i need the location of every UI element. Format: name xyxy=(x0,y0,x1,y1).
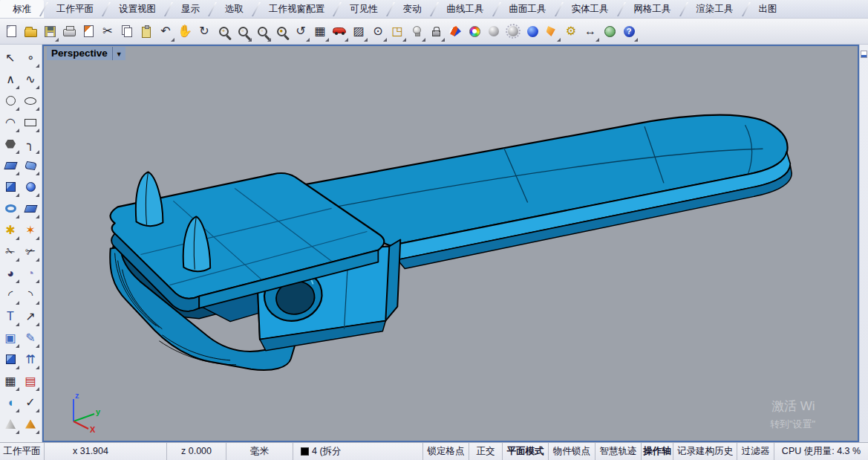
solid-box-icon[interactable] xyxy=(1,349,20,370)
new-document-icon[interactable] xyxy=(1,21,21,42)
curve-corner-icon[interactable]: ╮ xyxy=(21,133,40,155)
curved-surface-icon[interactable] xyxy=(21,155,40,176)
zoom-selected-icon[interactable]: ● xyxy=(272,21,291,42)
smarttrack-pane[interactable]: 智慧轨迹 xyxy=(595,443,642,460)
selection-filter-icon[interactable]: ◳ xyxy=(388,21,407,42)
control-curve-icon[interactable]: ∿ xyxy=(21,68,40,90)
osnap-pane[interactable]: 物件锁点 xyxy=(549,443,595,460)
options-gear-icon[interactable]: ⚙ xyxy=(561,21,581,42)
filter-pane[interactable]: 过滤器 xyxy=(737,443,774,460)
offset-icon[interactable]: ◝ xyxy=(21,284,40,305)
tab-standard[interactable]: 标准 xyxy=(0,0,44,18)
grid-snap-pane[interactable]: 锁定格点 xyxy=(423,443,469,460)
viewport-dropdown[interactable]: ▼ xyxy=(112,47,125,60)
hatch-icon[interactable]: ✎ xyxy=(21,327,40,349)
polygon-icon[interactable] xyxy=(1,133,20,155)
zoom-window-icon[interactable]: ▫ xyxy=(233,21,252,42)
units-pane[interactable]: 毫米 xyxy=(226,443,293,460)
torus-icon[interactable] xyxy=(1,198,20,219)
pan-icon[interactable]: ✋ xyxy=(175,21,195,42)
cone-icon[interactable] xyxy=(1,413,20,435)
surface-icon[interactable] xyxy=(1,155,20,176)
lock-icon[interactable] xyxy=(426,21,446,42)
color-wheel-icon[interactable] xyxy=(465,21,484,42)
copy-icon[interactable] xyxy=(117,21,137,42)
tab-set-view[interactable]: 设置视图 xyxy=(106,0,169,18)
light-bulb-icon[interactable] xyxy=(407,21,426,42)
perspective-viewport[interactable]: Perspective ▼ xyxy=(42,45,859,442)
model-3d[interactable] xyxy=(44,46,858,441)
ortho-pane[interactable]: 正交 xyxy=(469,443,503,460)
rectangle-icon[interactable] xyxy=(21,111,40,133)
rotate-view-icon[interactable]: ↻ xyxy=(195,21,214,42)
arc-icon[interactable]: ◠ xyxy=(1,111,20,133)
array-vertical-icon[interactable]: ▤ xyxy=(21,370,40,392)
tab-mesh-tools[interactable]: 网格工具 xyxy=(621,0,684,18)
surface-from-curve-icon[interactable]: ◖ xyxy=(1,392,20,413)
cut-icon[interactable]: ✂ xyxy=(98,21,117,42)
render-blue-icon[interactable] xyxy=(523,21,542,42)
polyline-icon[interactable]: ∧ xyxy=(1,68,20,90)
tab-select[interactable]: 选取 xyxy=(212,0,256,18)
x-coordinate[interactable]: x 31.904 xyxy=(45,443,167,460)
render-sphere-icon[interactable] xyxy=(484,21,503,42)
group-icon[interactable]: ▣ xyxy=(1,327,20,349)
extrude-icon[interactable]: ⇈ xyxy=(21,349,40,370)
zoom-extents-icon[interactable]: ◦ xyxy=(252,21,272,42)
paste-icon[interactable] xyxy=(137,21,156,42)
circle-center-icon[interactable]: ⊙ xyxy=(368,21,388,42)
tab-solid-tools[interactable]: 实体工具 xyxy=(559,0,621,18)
tab-render-tools[interactable]: 渲染工具 xyxy=(684,0,746,18)
render-window-icon[interactable] xyxy=(503,21,523,42)
gumball-pane[interactable]: 操作轴 xyxy=(642,443,673,460)
boolean-union-icon[interactable]: ✱ xyxy=(1,219,20,241)
circle-icon[interactable] xyxy=(1,90,20,111)
undo-view-icon[interactable]: ↺ xyxy=(291,21,310,42)
zoom-dynamic-icon[interactable]: + xyxy=(214,21,233,42)
delete-icon[interactable] xyxy=(79,21,98,42)
collapsed-panel-icon[interactable] xyxy=(861,51,867,58)
save-icon[interactable] xyxy=(40,21,59,42)
tab-viewport-layout[interactable]: 工作视窗配置 xyxy=(256,0,337,18)
array-icon[interactable]: ▦ xyxy=(1,370,20,392)
named-view-car-icon[interactable] xyxy=(330,21,349,42)
fillet-icon[interactable]: ◜ xyxy=(1,284,20,305)
pyramid-icon[interactable] xyxy=(21,413,40,435)
dimension-icon[interactable]: ↔ xyxy=(581,21,600,42)
z-coordinate[interactable]: z 0.000 xyxy=(167,443,226,460)
boolean-difference-icon[interactable]: ◕ xyxy=(1,262,20,284)
tab-surface-tools[interactable]: 曲面工具 xyxy=(497,0,559,18)
viewport-title[interactable]: Perspective xyxy=(47,47,112,60)
surface-patch-icon[interactable] xyxy=(21,198,40,219)
sphere-icon[interactable] xyxy=(21,176,40,198)
planar-pane[interactable]: 平面模式 xyxy=(503,443,549,460)
move-icon[interactable]: ↗ xyxy=(21,305,40,327)
layer-pane[interactable]: 4 (拆分 xyxy=(293,443,423,460)
split-icon[interactable]: ✃ xyxy=(21,241,40,262)
trim-icon[interactable]: ✁ xyxy=(1,241,20,262)
earth-icon[interactable] xyxy=(600,21,619,42)
spotlight-icon[interactable] xyxy=(542,21,561,42)
print-icon[interactable] xyxy=(59,21,79,42)
right-panel-edge[interactable] xyxy=(859,45,868,442)
shaded-display-icon[interactable] xyxy=(446,21,465,42)
cplane-pane[interactable]: 工作平面 xyxy=(0,443,45,460)
ellipse-icon[interactable] xyxy=(21,90,40,111)
tab-drafting[interactable]: 出图 xyxy=(746,0,790,18)
cplane-grid-icon[interactable]: ▨ xyxy=(349,21,368,42)
open-file-icon[interactable] xyxy=(21,21,40,42)
help-icon[interactable]: ? xyxy=(619,21,639,42)
four-viewports-icon[interactable]: ▦ xyxy=(310,21,330,42)
text-icon[interactable]: T xyxy=(1,305,20,327)
point-icon[interactable]: ∘ xyxy=(21,47,40,68)
box-icon[interactable] xyxy=(1,176,20,198)
undo-icon[interactable]: ↶ xyxy=(156,21,175,42)
select-pointer-icon[interactable]: ↖ xyxy=(1,47,20,68)
tab-cplane[interactable]: 工作平面 xyxy=(44,0,106,18)
tab-curve-tools[interactable]: 曲线工具 xyxy=(434,0,497,18)
tab-transform[interactable]: 变动 xyxy=(391,0,434,18)
boolean-intersection-icon[interactable]: ◔ xyxy=(21,262,40,284)
history-pane[interactable]: 记录建构历史 xyxy=(673,443,737,460)
check-icon[interactable]: ✓ xyxy=(21,392,40,413)
explode-icon[interactable]: ✶ xyxy=(21,219,40,241)
